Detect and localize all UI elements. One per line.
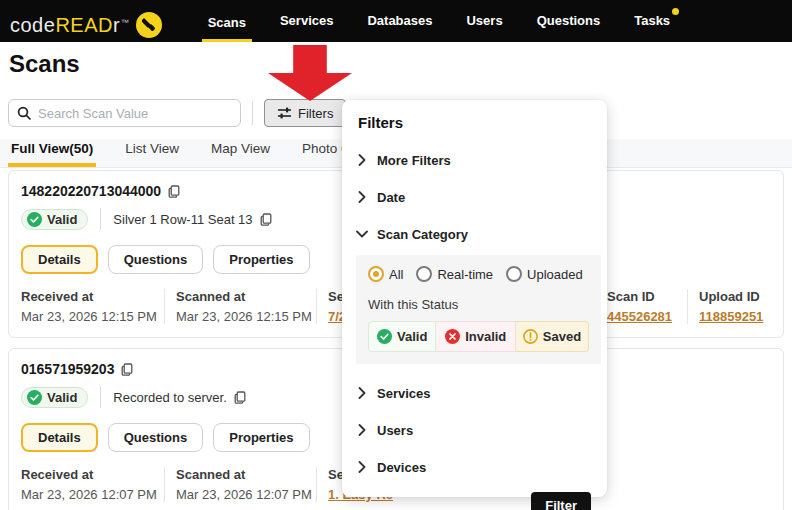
nav-item-services[interactable]: Services (274, 0, 340, 42)
filter-section-scan-category[interactable]: Scan Category (358, 226, 591, 242)
status-badge-label: Valid (47, 212, 77, 227)
nav-item-tasks-label: Tasks (634, 13, 670, 28)
filter-section-label: More Filters (377, 153, 451, 168)
scans-page: codeREADr™ Scans Services Databases User… (0, 0, 792, 510)
status-badge: Valid (21, 209, 88, 230)
chevron-right-icon (358, 461, 366, 473)
radio-option-uploaded[interactable]: Uploaded (506, 266, 583, 282)
codereadr-logo[interactable]: codeREADr™ (10, 6, 162, 37)
tab-full-view[interactable]: Full View(50) (8, 141, 96, 167)
top-nav: codeREADr™ Scans Services Databases User… (0, 0, 792, 42)
filter-section-label: Services (377, 386, 431, 401)
status-toggle-label: Saved (543, 329, 581, 344)
copy-icon[interactable] (168, 185, 180, 198)
scan-description: Silver 1 Row-11 Seat 13 (113, 212, 252, 227)
search-input[interactable] (38, 106, 232, 121)
upload-id-label: Upload ID (699, 289, 760, 304)
status-badge-label: Valid (47, 390, 77, 405)
received-at-value: Mar 23, 2026 12:07 PM (21, 487, 153, 502)
nav-menu: Scans Services Databases Users Questions… (202, 0, 698, 42)
scanned-at-value: Mar 23, 2026 12:15 PM (176, 309, 305, 324)
status-toggle-invalid[interactable]: Invalid (436, 321, 515, 352)
scan-barcode: 148220220713044000 (21, 183, 161, 199)
x-circle-icon (445, 329, 460, 344)
nav-item-tasks[interactable]: Tasks (628, 0, 676, 42)
filters-popup: Filters More Filters Date Scan Category … (342, 100, 607, 497)
status-toggle-label: Invalid (465, 329, 506, 344)
nav-item-databases[interactable]: Databases (361, 0, 438, 42)
nav-item-scans[interactable]: Scans (202, 0, 252, 42)
check-circle-icon (377, 329, 392, 344)
status-toggle-valid[interactable]: Valid (368, 321, 436, 352)
nav-item-questions[interactable]: Questions (531, 0, 607, 42)
filters-button-label: Filters (298, 106, 333, 121)
received-at-label: Received at (21, 467, 153, 482)
toolbar: Filters (8, 99, 346, 127)
radio-option-all[interactable]: All (368, 266, 403, 282)
chevron-down-icon (356, 230, 368, 238)
check-circle-icon (27, 390, 42, 405)
filter-section-label: Devices (377, 460, 426, 475)
filter-section-label: Scan Category (377, 227, 468, 242)
copy-icon[interactable] (234, 391, 246, 404)
scan-category-panel: All Real-time Uploaded With this Status … (356, 255, 601, 364)
radio-icon (416, 266, 432, 282)
logo-trademark: ™ (121, 18, 129, 27)
scanned-at-label: Scanned at (176, 289, 305, 304)
scan-id-link[interactable]: 445526281 (607, 309, 672, 324)
properties-button[interactable]: Properties (213, 423, 309, 452)
search-box[interactable] (8, 99, 241, 127)
chevron-right-icon (358, 424, 366, 436)
chevron-right-icon (358, 154, 366, 166)
filter-section-label: Users (377, 423, 413, 438)
tasks-notification-dot (672, 8, 679, 15)
scan-category-radio-group: All Real-time Uploaded (368, 266, 589, 282)
nav-item-users[interactable]: Users (460, 0, 508, 42)
radio-option-real-time[interactable]: Real-time (416, 266, 493, 282)
questions-button[interactable]: Questions (108, 423, 204, 452)
red-arrow-annotation (268, 45, 352, 101)
details-button[interactable]: Details (21, 423, 98, 452)
copy-icon[interactable] (260, 213, 272, 226)
badge-divider (100, 208, 101, 230)
filter-section-more-filters[interactable]: More Filters (358, 152, 591, 168)
barcode-scanner-icon (136, 12, 162, 38)
apply-filter-button[interactable]: Filter (531, 492, 591, 510)
filter-section-date[interactable]: Date (358, 189, 591, 205)
logo-text-code: code (10, 14, 55, 37)
copy-icon[interactable] (121, 363, 133, 376)
received-at-label: Received at (21, 289, 153, 304)
search-icon (17, 106, 31, 120)
logo-text-read: READ (55, 14, 113, 37)
scanned-at-label: Scanned at (176, 467, 305, 482)
logo-text-r: r (113, 14, 120, 37)
status-toggle-label: Valid (397, 329, 427, 344)
toolbar-divider (252, 101, 253, 125)
page-title: Scans (9, 50, 80, 78)
chevron-right-icon (358, 387, 366, 399)
upload-id-link[interactable]: 118859251 (699, 309, 763, 324)
scan-barcode: 016571959203 (21, 361, 114, 377)
status-toggle-saved[interactable]: Saved (516, 321, 589, 352)
details-button[interactable]: Details (21, 245, 98, 274)
status-badge: Valid (21, 387, 88, 408)
filter-section-services[interactable]: Services (358, 385, 591, 401)
scan-id-label: Scan ID (607, 289, 676, 304)
tab-list-view[interactable]: List View (122, 141, 182, 167)
radio-icon (506, 266, 522, 282)
filter-section-label: Date (377, 190, 405, 205)
questions-button[interactable]: Questions (108, 245, 204, 274)
radio-label: All (389, 267, 403, 282)
badge-divider (100, 386, 101, 408)
properties-button[interactable]: Properties (213, 245, 309, 274)
filter-section-devices[interactable]: Devices (358, 459, 591, 475)
with-this-status-label: With this Status (368, 297, 589, 312)
chevron-right-icon (358, 191, 366, 203)
filters-button[interactable]: Filters (264, 99, 346, 127)
radio-label: Real-time (437, 267, 493, 282)
filters-popup-title: Filters (358, 114, 591, 131)
received-at-value: Mar 23, 2026 12:15 PM (21, 309, 153, 324)
tab-map-view[interactable]: Map View (208, 141, 273, 167)
filter-section-users[interactable]: Users (358, 422, 591, 438)
exclamation-circle-icon (523, 329, 538, 344)
